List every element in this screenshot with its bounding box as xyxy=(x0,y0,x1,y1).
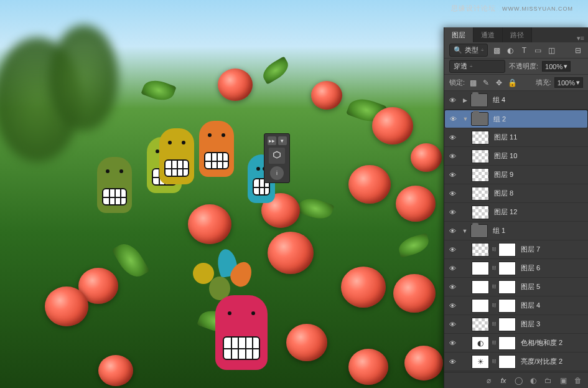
layer-row[interactable]: 👁⛓图层 5 xyxy=(444,278,588,296)
visibility-toggle[interactable]: 👁 xyxy=(448,339,457,347)
mask-link-icon[interactable]: ⛓ xyxy=(492,247,497,252)
watermark-url: WWW.MISSYUAN.COM xyxy=(502,6,573,12)
layer-name[interactable]: 图层 4 xyxy=(521,301,540,310)
visibility-toggle[interactable]: 👁 xyxy=(449,115,457,123)
filter-type-icon[interactable]: T xyxy=(519,45,529,55)
bg-tree xyxy=(50,25,118,131)
link-layers-icon[interactable]: ⌀ xyxy=(483,376,493,386)
disclosure-triangle[interactable]: ▼ xyxy=(462,228,468,234)
fill-input[interactable]: 100% ▾ xyxy=(554,77,583,88)
filter-toggle-icon[interactable]: ⊟ xyxy=(573,45,583,55)
layers-list[interactable]: 👁▶组 4👁▼组 2👁图层 11👁图层 10👁图层 9👁图层 8👁图层 12👁▼… xyxy=(444,91,588,372)
opacity-label: 不透明度: xyxy=(509,62,538,71)
panel-menu-icon[interactable]: ▾≡ xyxy=(573,34,588,42)
visibility-toggle[interactable]: 👁 xyxy=(448,283,457,291)
rose xyxy=(341,267,386,308)
layer-name[interactable]: 色相/饱和度 2 xyxy=(521,338,562,348)
filter-shape-icon[interactable]: ▭ xyxy=(533,45,543,55)
visibility-toggle[interactable]: 👁 xyxy=(448,227,457,235)
visibility-toggle[interactable]: 👁 xyxy=(448,265,457,272)
filter-pixel-icon[interactable]: ▩ xyxy=(492,45,502,55)
layer-name[interactable]: 图层 9 xyxy=(494,170,513,179)
layer-name[interactable]: 图层 10 xyxy=(494,151,517,161)
layer-name[interactable]: 组 4 xyxy=(493,95,505,105)
lock-all-icon[interactable]: 🔒 xyxy=(507,78,517,88)
visibility-toggle[interactable]: 👁 xyxy=(448,190,457,197)
layer-row[interactable]: 👁图层 10 xyxy=(444,147,588,166)
floating-3d-panel[interactable]: ▸▸▾ i xyxy=(264,133,290,183)
layer-name[interactable]: 图层 7 xyxy=(521,245,540,254)
layer-row[interactable]: 👁▼组 2 xyxy=(444,110,588,128)
visibility-toggle[interactable]: 👁 xyxy=(448,358,457,366)
rose xyxy=(188,204,231,244)
mask-link-icon[interactable]: ⛓ xyxy=(492,340,497,346)
blend-mode-select[interactable]: 穿透 ÷ xyxy=(449,60,505,73)
layer-row[interactable]: 👁⛓图层 7 xyxy=(444,240,588,259)
disclosure-triangle[interactable]: ▶ xyxy=(462,97,468,103)
tab-路径[interactable]: 路径 xyxy=(503,27,532,42)
visibility-toggle[interactable]: 👁 xyxy=(448,134,457,141)
menu-icon[interactable]: ▾ xyxy=(278,136,287,145)
visibility-toggle[interactable]: 👁 xyxy=(448,97,457,104)
filter-adjust-icon[interactable]: ◐ xyxy=(505,45,515,55)
layer-row[interactable]: 👁◐⛓色相/饱和度 2 xyxy=(444,334,588,353)
layer-row[interactable]: 👁▼组 1 xyxy=(444,222,588,240)
disclosure-triangle[interactable]: ▼ xyxy=(462,116,469,122)
new-layer-icon[interactable]: ▣ xyxy=(558,376,568,386)
layer-row[interactable]: 👁☀⛓亮度/对比度 2 xyxy=(444,353,588,371)
add-mask-icon[interactable]: ◯ xyxy=(513,376,523,386)
fill-value: 100% xyxy=(558,79,575,87)
layer-name[interactable]: 图层 11 xyxy=(494,133,517,142)
visibility-toggle[interactable]: 👁 xyxy=(448,171,457,179)
layer-name[interactable]: 图层 5 xyxy=(521,282,540,291)
layer-name[interactable]: 图层 12 xyxy=(494,207,517,217)
layer-thumbnail xyxy=(472,187,489,201)
layer-name[interactable]: 图层 6 xyxy=(521,263,540,273)
cube-3d-icon[interactable] xyxy=(269,148,285,164)
rose xyxy=(348,165,391,204)
blend-row: 穿透 ÷ 不透明度: 100% ▾ xyxy=(444,59,588,75)
filter-kind-select[interactable]: 🔍 类型 ÷ xyxy=(449,44,488,57)
info-icon[interactable]: i xyxy=(270,166,284,180)
layer-name[interactable]: 图层 8 xyxy=(494,189,513,198)
layer-row[interactable]: 👁图层 12 xyxy=(444,203,588,222)
mask-link-icon[interactable]: ⛓ xyxy=(492,321,497,327)
layer-row[interactable]: 👁图层 8 xyxy=(444,184,588,203)
layer-row[interactable]: 👁⛓图层 3 xyxy=(444,315,588,334)
layer-row[interactable]: 👁⛓图层 4 xyxy=(444,296,588,315)
new-group-icon[interactable]: 🗀 xyxy=(543,376,553,386)
tab-图层[interactable]: 图层 xyxy=(444,27,474,42)
visibility-toggle[interactable]: 👁 xyxy=(448,246,457,253)
layer-row[interactable]: 👁图层 9 xyxy=(444,166,588,184)
layer-name[interactable]: 亮度/对比度 2 xyxy=(521,357,562,366)
layers-panel: 图层通道路径 ▾≡ 🔍 类型 ÷ ▩ ◐ T ▭ ◫ ⊟ 穿透 ÷ 不透明度: … xyxy=(444,27,588,388)
lock-transparency-icon[interactable]: ▩ xyxy=(468,78,478,88)
visibility-toggle[interactable]: 👁 xyxy=(448,209,457,216)
fx-icon[interactable]: fx xyxy=(498,376,508,386)
layer-name[interactable]: 图层 3 xyxy=(521,319,540,329)
lock-position-icon[interactable]: ✥ xyxy=(494,78,504,88)
mask-link-icon[interactable]: ⛓ xyxy=(492,303,497,308)
add-adjustment-icon[interactable]: ◐ xyxy=(528,376,538,386)
layer-thumbnail xyxy=(472,299,489,313)
visibility-toggle[interactable]: 👁 xyxy=(448,302,457,310)
lock-label: 锁定: xyxy=(449,78,465,87)
layer-name[interactable]: 组 1 xyxy=(493,226,505,235)
lock-pixels-icon[interactable]: ✎ xyxy=(481,78,491,88)
mask-link-icon[interactable]: ⛓ xyxy=(492,265,497,271)
layer-row[interactable]: 👁图层 11 xyxy=(444,128,588,147)
visibility-toggle[interactable]: 👁 xyxy=(448,321,457,328)
layer-row[interactable]: 👁▶组 4 xyxy=(444,91,588,110)
delete-layer-icon[interactable]: 🗑 xyxy=(573,376,583,386)
filter-smart-icon[interactable]: ◫ xyxy=(546,45,556,55)
collapse-icon[interactable]: ▸▸ xyxy=(268,136,276,145)
tab-通道[interactable]: 通道 xyxy=(474,27,503,42)
mask-link-icon[interactable]: ⛓ xyxy=(492,284,497,290)
rose xyxy=(348,349,388,385)
opacity-input[interactable]: 100% ▾ xyxy=(542,61,571,72)
layer-row[interactable]: 👁⛓图层 6 xyxy=(444,259,588,278)
leaf xyxy=(259,56,292,85)
visibility-toggle[interactable]: 👁 xyxy=(448,153,457,160)
mask-link-icon[interactable]: ⛓ xyxy=(492,359,497,364)
layer-name[interactable]: 组 2 xyxy=(493,115,506,124)
